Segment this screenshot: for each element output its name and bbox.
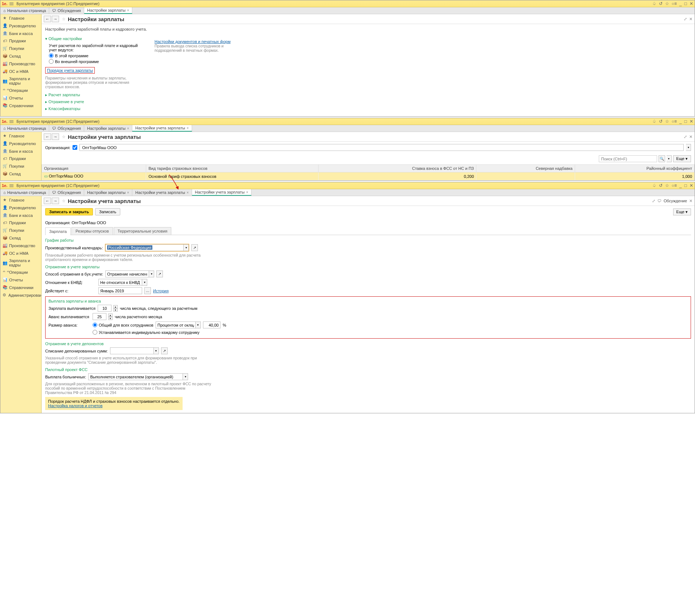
- sidebar-item-assets[interactable]: 🚚ОС и НМА: [0, 249, 41, 257]
- settings-icon[interactable]: ○≡: [672, 119, 677, 124]
- sidebar-item-bank[interactable]: 🏦Банк и касса: [0, 30, 41, 37]
- open-icon[interactable]: ↗: [191, 244, 198, 251]
- tab-close-icon[interactable]: ×: [127, 191, 129, 195]
- col-fss[interactable]: Ставка взноса в ФСС от НС и ПЗ: [318, 165, 476, 172]
- fss-select[interactable]: [88, 373, 183, 380]
- history-icon[interactable]: ↺: [659, 119, 663, 124]
- section-general[interactable]: Общие настройки: [45, 36, 144, 41]
- maximize-icon[interactable]: □: [684, 1, 687, 6]
- dropdown-icon[interactable]: ▾: [183, 373, 188, 380]
- dropdown-icon[interactable]: ▾: [142, 279, 147, 286]
- sidebar-item-bank[interactable]: 🏦Банк и касса: [0, 211, 41, 219]
- tab-home[interactable]: ⌂Начальная страница: [0, 7, 49, 14]
- dropdown-icon[interactable]: ▾: [686, 144, 691, 151]
- tab-close-icon[interactable]: ×: [127, 126, 129, 130]
- sidebar-item-admin[interactable]: ⚙Администрирование: [0, 291, 41, 299]
- radio-advance-common[interactable]: Общий для всех сотрудников: [93, 323, 153, 327]
- dropdown-icon[interactable]: ▾: [196, 321, 201, 328]
- ellipsis-icon[interactable]: …: [144, 287, 151, 294]
- col-coeff[interactable]: Районный коэффициент: [575, 165, 694, 172]
- tab-discuss[interactable]: 🗩Обсуждения: [49, 125, 84, 132]
- tab-close-icon[interactable]: ×: [187, 191, 189, 195]
- calendar-select[interactable]: Российская Федерация: [105, 244, 184, 251]
- subtab-salary[interactable]: Зарплата: [45, 227, 71, 235]
- tab-close-icon[interactable]: ×: [127, 8, 129, 12]
- sidebar-item-reports[interactable]: 📊Отчеты: [0, 94, 41, 102]
- sidebar-item-main[interactable]: ★Главное: [0, 196, 41, 204]
- close-icon[interactable]: ✕: [690, 119, 693, 124]
- save-button[interactable]: Записать: [95, 208, 120, 215]
- tab-home[interactable]: ⌂Начальная страница: [0, 189, 49, 196]
- search-dropdown-icon[interactable]: ▾: [667, 155, 672, 162]
- close-content-icon[interactable]: ✕: [689, 199, 692, 203]
- link-doc-settings[interactable]: Настройки документов и печатных форм: [155, 39, 230, 44]
- star-icon[interactable]: ☆: [665, 1, 669, 6]
- since-input[interactable]: [98, 287, 142, 294]
- minimize-icon[interactable]: _: [679, 119, 682, 124]
- tab-salary-settings[interactable]: Настройки зарплаты×: [84, 7, 132, 14]
- link-icon[interactable]: ⤢: [684, 17, 687, 22]
- salary-day-input[interactable]: [98, 305, 112, 312]
- minimize-icon[interactable]: _: [679, 183, 682, 188]
- sidebar-item-production[interactable]: 🏭Производство: [0, 60, 41, 67]
- settings-icon[interactable]: ○≡: [672, 183, 677, 188]
- forward-button[interactable]: →: [52, 16, 59, 22]
- close-icon[interactable]: ✕: [690, 183, 693, 188]
- tab-salary-acct-settings-2[interactable]: Настройки учета зарплаты×: [192, 189, 251, 196]
- sidebar-item-directory[interactable]: 📚Справочники: [0, 102, 41, 109]
- sidebar-item-warehouse[interactable]: 📦Склад: [0, 234, 41, 242]
- section-calc[interactable]: Расчет зарплаты: [45, 93, 144, 97]
- search-button[interactable]: 🔍: [659, 155, 665, 162]
- sidebar-item-sales[interactable]: 🏷Продажи: [0, 155, 41, 162]
- menu-icon[interactable]: [9, 120, 13, 123]
- subtab-territory[interactable]: Территориальные условия: [114, 227, 172, 235]
- sidebar-item-main[interactable]: ★Главное: [0, 132, 41, 140]
- sidebar-item-bank[interactable]: 🏦Банк и касса: [0, 147, 41, 155]
- col-tariff[interactable]: Вид тарифа страховых взносов: [146, 165, 318, 172]
- open-icon[interactable]: ↗: [156, 270, 163, 277]
- spin-buttons[interactable]: ▴▾: [108, 313, 113, 320]
- sidebar-item-salary[interactable]: 👥Зарплата и кадры: [0, 257, 41, 269]
- tab-salary-acct-settings[interactable]: Настройки учета зарплаты×: [132, 125, 192, 132]
- forward-button[interactable]: →: [52, 198, 59, 204]
- sidebar-item-salary[interactable]: 👥Зарплата и кадры: [0, 75, 41, 87]
- tax-settings-link[interactable]: Настройка налогов и отчетов: [48, 403, 102, 408]
- more-button[interactable]: Еще ▾: [673, 208, 691, 215]
- tab-discuss[interactable]: 🗩Обсуждения: [49, 189, 84, 196]
- advance-day-input[interactable]: [93, 313, 106, 320]
- open-icon[interactable]: ↗: [161, 347, 168, 354]
- refl-select[interactable]: [105, 270, 149, 277]
- sidebar-item-reports[interactable]: 📊Отчеты: [0, 276, 41, 284]
- history-link[interactable]: История: [153, 289, 169, 293]
- tab-close-icon[interactable]: ×: [246, 190, 248, 194]
- star-icon[interactable]: ☆: [665, 183, 669, 188]
- bell-icon[interactable]: ♤: [652, 119, 656, 124]
- more-button[interactable]: Еще ▾: [673, 155, 691, 162]
- sidebar-item-purchases[interactable]: 🛒Покупки: [0, 44, 41, 52]
- forward-button[interactable]: →: [52, 133, 59, 140]
- org-checkbox[interactable]: [73, 145, 77, 150]
- section-classifiers[interactable]: Классификаторы: [45, 106, 144, 111]
- close-content-icon[interactable]: ✕: [689, 134, 692, 139]
- sidebar-item-purchases[interactable]: 🛒Покупки: [0, 162, 41, 170]
- radio-this-program[interactable]: В этой программе: [49, 53, 144, 58]
- discuss-label[interactable]: Обсуждение: [664, 199, 687, 203]
- close-content-icon[interactable]: ✕: [689, 17, 692, 22]
- sidebar-item-warehouse[interactable]: 📦Склад: [0, 52, 41, 60]
- link-icon[interactable]: ⤢: [684, 134, 687, 139]
- sidebar-item-operations[interactable]: ᅀᅀОперации: [0, 269, 41, 276]
- col-north[interactable]: Северная надбавка: [476, 165, 575, 172]
- tab-close-icon[interactable]: ×: [187, 126, 189, 130]
- search-input[interactable]: [599, 155, 657, 162]
- dropdown-icon[interactable]: ▾: [149, 270, 154, 277]
- back-button[interactable]: ←: [44, 198, 51, 204]
- sidebar-item-operations[interactable]: ᅀᅀОперации: [0, 87, 41, 94]
- dep-select[interactable]: [110, 347, 154, 354]
- history-icon[interactable]: ↺: [659, 1, 663, 6]
- maximize-icon[interactable]: □: [684, 183, 687, 188]
- bell-icon[interactable]: ♤: [652, 1, 656, 6]
- radio-advance-individual[interactable]: Устанавливается индивидуально каждому со…: [93, 330, 199, 335]
- history-icon[interactable]: ↺: [659, 183, 663, 188]
- org-input[interactable]: [79, 144, 684, 151]
- subtab-reserves[interactable]: Резервы отпусков: [71, 227, 113, 235]
